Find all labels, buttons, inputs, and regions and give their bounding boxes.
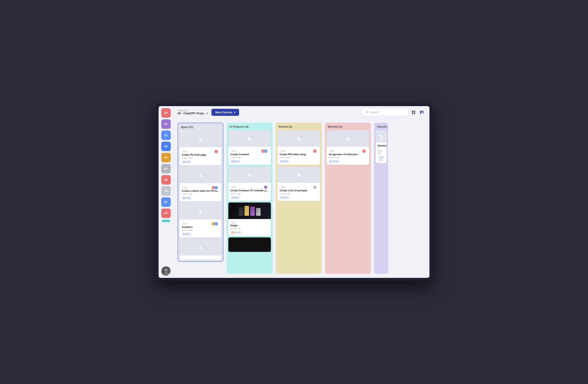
workspace-section: Workspace 00 - ChatGPT Proje... ▾ [178, 109, 208, 115]
sidebar-item-02[interactable]: 02 [161, 130, 171, 140]
comment-count: 1 [183, 223, 187, 225]
svg-rect-10 [421, 111, 423, 113]
column-body-cancelled: 📄 Review 2 years ago 00-9 [374, 130, 388, 274]
device-frame: 00 01 02 03 04 05 09 10 97 AP [156, 103, 432, 281]
card-create-frontend[interactable]: 📄 0 A [228, 130, 271, 165]
card-time: 2 years ago [182, 193, 219, 195]
comment-number: 0 [235, 186, 236, 189]
board-view-button[interactable] [418, 109, 425, 116]
svg-rect-8 [414, 112, 415, 114]
avatar-stack: C [264, 185, 268, 189]
phone-purple [250, 207, 255, 216]
sidebar-item-97[interactable]: 97 [161, 197, 171, 207]
card-header-row: 1 A [182, 149, 219, 153]
card-image-dark [228, 237, 271, 252]
card-body: 0 A B Create a demo video for PH la... [180, 183, 221, 201]
comment-count: 0 [183, 186, 187, 189]
card-title: Review [378, 144, 384, 147]
card-footer: 00-8 [280, 160, 318, 163]
card-title: Analytics [182, 226, 219, 229]
task-id: 00-5 [186, 161, 190, 163]
card-pm-setup[interactable]: 📄 0 A [277, 130, 320, 165]
card-title: Scraperator Architecture [329, 153, 367, 156]
sidebar-item-ap[interactable]: AP [161, 209, 171, 218]
card-demo-video[interactable]: 📄 0 [180, 167, 221, 201]
svg-rect-21 [232, 161, 233, 162]
sidebar-item-01[interactable]: 01 [161, 119, 171, 129]
sidebar-item-03[interactable]: 03 [161, 142, 171, 151]
online-indicator [168, 273, 170, 276]
card-image-placeholder: 📄 [180, 131, 221, 147]
card-id: 00-4 [280, 196, 290, 199]
card-id: 00-10 [329, 160, 340, 163]
comment-count: 0 [281, 186, 285, 189]
card-iphone-image [228, 203, 271, 219]
avatar-stack: A [214, 150, 218, 153]
card-analytics[interactable]: 📄 1 [180, 203, 221, 237]
column-inprogress: In Progress (4) 📄 [227, 123, 273, 274]
new-canvas-button[interactable]: New Canvas ▾ [211, 109, 239, 116]
avatar-stack: A [313, 149, 317, 153]
card-scraperator[interactable]: 📄 0 A [327, 130, 369, 165]
board-area[interactable]: Open (37) 📄 [173, 119, 429, 278]
card-title: Create a list of prompts [280, 189, 318, 192]
card-time: 2 years ago [231, 156, 269, 159]
search-bar[interactable] [362, 108, 408, 116]
column-body-open: 📄 1 [178, 131, 223, 261]
task-id: 00-2 [234, 196, 239, 199]
card-firebase[interactable]: 📄 0 C [228, 166, 271, 201]
document-icon: 📄 [198, 245, 203, 250]
card-stub-dark[interactable] [228, 237, 271, 252]
sidebar: 00 01 02 03 04 05 09 10 97 AP [159, 106, 173, 278]
workspace-name-text: 00 - ChatGPT Proje... [178, 112, 206, 115]
card-image-placeholder: 📄 [180, 239, 221, 256]
task-id: 00-10 [333, 160, 339, 163]
column-inprogress-inner: In Progress (4) 📄 [227, 123, 273, 274]
user-avatar[interactable] [161, 266, 171, 276]
workspace-name-button[interactable]: 00 - ChatGPT Proje... ▾ [178, 112, 208, 115]
sidebar-item-00[interactable]: 00 [161, 108, 171, 118]
card-image-placeholder: 📄 [180, 203, 221, 219]
card-review-cancelled[interactable]: 📄 Review 2 years ago 00-9 [376, 130, 386, 163]
card-stub[interactable]: 📄 [180, 239, 221, 260]
new-canvas-chevron-icon: ▾ [234, 111, 235, 114]
card-header-row: 0 G [280, 185, 318, 189]
card-time: 2 years ago [231, 192, 269, 195]
sidebar-item-09[interactable]: 09 [161, 175, 171, 185]
workspace-label: Workspace [178, 109, 208, 112]
chevron-down-icon: ▾ [207, 112, 208, 115]
card-id: 00-6 [182, 196, 192, 200]
column-body-review: 📄 0 A [276, 130, 322, 274]
phone-silver [256, 208, 261, 216]
card-footer: 00-2 [231, 196, 269, 199]
card-id: 00-3 [231, 160, 240, 163]
svg-point-1 [165, 269, 168, 272]
sidebar-item-05[interactable]: 05 [161, 164, 171, 173]
mini-avatar: C [264, 185, 268, 189]
comment-number: 0 [235, 150, 236, 152]
sidebar-item-cyan[interactable] [162, 220, 170, 222]
document-icon: 📄 [198, 209, 203, 214]
card-image-placeholder: 📄 [228, 166, 271, 183]
card-create-ph-draft[interactable]: 📄 1 [180, 131, 221, 165]
card-image-iphone[interactable]: 1 Image 2 years ago 00-15 [228, 203, 271, 236]
comment-number: 1 [235, 222, 236, 224]
sidebar-item-10[interactable]: 10 [161, 186, 171, 196]
card-list-prompts[interactable]: 📄 0 G [277, 166, 320, 201]
card-body: 1 A Create PH draft page 2 years ago [180, 147, 221, 165]
card-id: 00-2 [231, 196, 240, 199]
card-id: 00-8 [280, 160, 290, 163]
avatar-stack: X Y [212, 222, 218, 226]
card-footer: 00-15 [231, 231, 269, 234]
column-open-inner: Open (37) 📄 [178, 123, 223, 261]
sidebar-item-04[interactable]: 04 [161, 153, 171, 162]
card-title: Image [231, 224, 269, 227]
comment-number: 0 [284, 186, 285, 189]
grid-view-button[interactable] [410, 109, 417, 116]
card-header-row: 0 C [231, 185, 269, 189]
mini-avatar: G [313, 185, 317, 189]
search-input[interactable] [370, 111, 405, 114]
header-right [362, 108, 425, 116]
document-icon: 📄 [296, 172, 301, 177]
svg-line-4 [368, 112, 369, 113]
